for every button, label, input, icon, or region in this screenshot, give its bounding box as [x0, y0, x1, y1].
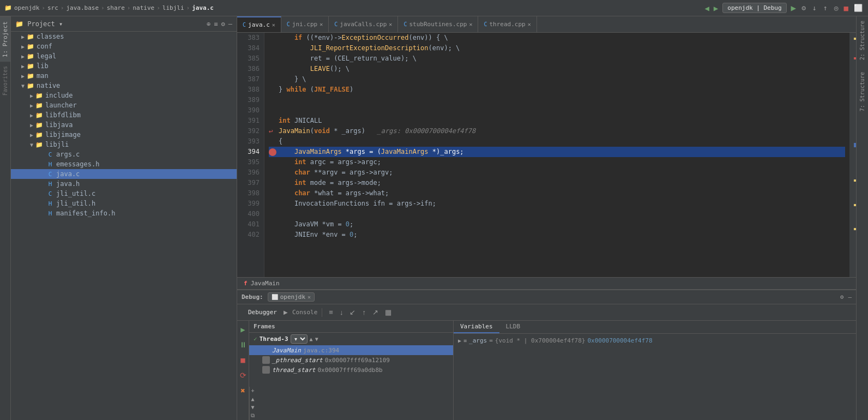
tree-item-classes[interactable]: ▶ 📁 classes — [11, 32, 237, 41]
folder-icon-launcher: 📁 — [35, 102, 44, 109]
tab-close-jni[interactable]: ✕ — [320, 21, 323, 27]
console-label[interactable]: Console — [292, 309, 317, 316]
resume-side-btn[interactable]: ▶ — [239, 324, 246, 335]
debugger-label[interactable]: Debugger — [248, 309, 277, 316]
breadcrumb: 📁 openjdk › src › java.base › share › na… — [4, 4, 214, 11]
minimize-icon[interactable]: — — [228, 20, 232, 28]
settings-icon[interactable]: ⚙ — [221, 20, 225, 28]
tab-javacalls[interactable]: C javaCalls.cpp ✕ — [329, 16, 398, 32]
breadcrumb-native: native — [132, 4, 154, 11]
tab-close-stub[interactable]: ✕ — [469, 21, 472, 27]
frame-item-pthread[interactable]: _pthread_start 0x00007fff69a12109 — [249, 355, 453, 365]
frames-scroll-copy[interactable]: ⧉ — [250, 411, 256, 420]
tab-jni-cpp[interactable]: C jni.cpp ✕ — [281, 16, 329, 32]
code-content[interactable]: if ((*env)->ExceptionOccurred(env)) { \ … — [264, 33, 849, 277]
variables-tabs: Variables LLDB — [454, 321, 856, 334]
debug-minimize-icon[interactable]: — — [848, 293, 852, 301]
code-line-387: } \ — [269, 74, 845, 85]
thread-selector[interactable]: ▾ — [291, 334, 308, 344]
step-over-icon[interactable]: ↓ — [811, 3, 818, 13]
tree-item-manifestinfo-h[interactable]: H manifest_info.h — [11, 208, 237, 218]
tree-item-jliutil-c[interactable]: C jli_util.c — [11, 189, 237, 199]
tree-item-legal[interactable]: ▶ 📁 legal — [11, 51, 237, 61]
coverage-icon[interactable]: ◎ — [833, 3, 840, 13]
eval-btn[interactable]: ▦ — [383, 307, 394, 317]
tree-item-libjava[interactable]: ▶ 📁 libjava — [11, 120, 237, 130]
top-bar: 📁 openjdk › src › java.base › share › na… — [0, 0, 868, 16]
tab-stubroutines[interactable]: C stubRoutines.cpp ✕ — [398, 16, 478, 32]
maximize-icon[interactable]: ⬜ — [853, 3, 864, 13]
tree-item-native[interactable]: ▼ 📁 native — [11, 81, 237, 91]
resume-btn[interactable]: ≡ — [327, 307, 335, 317]
mute-side-btn[interactable]: ✖ — [239, 385, 246, 396]
frames-scroll-up[interactable]: ▲ — [250, 395, 255, 403]
run-button[interactable]: ▶ — [791, 3, 797, 13]
tree-item-java-h[interactable]: H java.h — [11, 179, 237, 189]
tree-item-java-c[interactable]: C java.c — [11, 169, 237, 179]
lldb-tab[interactable]: LLDB — [499, 321, 527, 333]
right-tab-2[interactable]: 7: Structure — [858, 70, 866, 113]
thread-up-btn[interactable]: ▲ — [310, 336, 313, 342]
tree-item-libjimage[interactable]: ▶ 📁 libjimage — [11, 130, 237, 140]
pause-side-btn[interactable]: ⏸ — [238, 339, 248, 350]
tab-icon-java-c: C — [243, 22, 246, 28]
tree-item-man[interactable]: ▶ 📁 man — [11, 71, 237, 81]
tab-close-java-c[interactable]: ✕ — [272, 22, 275, 28]
breadcrumb-openjdk[interactable]: 📁 — [4, 4, 12, 11]
project-tab[interactable]: 1: Project — [0, 16, 10, 62]
tree-item-launcher[interactable]: ▶ 📁 launcher — [11, 100, 237, 110]
var-val-args: 0x0000700004ef4f78 — [587, 337, 652, 344]
step-out-btn[interactable]: ↑ — [360, 307, 368, 317]
console-icon[interactable]: ▶ — [281, 308, 290, 316]
restart-side-btn[interactable]: ⟳ — [239, 370, 248, 381]
tree-item-libjli[interactable]: ▼ 📁 libjli — [11, 140, 237, 149]
build-icon[interactable]: ⚙ — [800, 3, 807, 13]
var-indicator: ≡ — [463, 338, 467, 344]
code-line-397: int mode = args->mode; — [269, 178, 845, 188]
step-out-icon[interactable]: ↑ — [822, 3, 829, 13]
back-button[interactable]: ◀ — [704, 4, 709, 13]
collapse-icon[interactable]: ≡ — [214, 20, 218, 28]
tree-item-conf[interactable]: ▶ 📁 conf — [11, 41, 237, 51]
frame-item-threadstart[interactable]: thread_start 0x00007fff69a0db8b — [249, 365, 453, 375]
debug-session-close[interactable]: ✕ — [308, 294, 311, 300]
tab-icon-jni: C — [287, 21, 290, 27]
frame-item-javamain[interactable]: JavaMain java.c:394 — [249, 345, 453, 355]
tree-label-libjava: libjava — [45, 121, 73, 129]
file-icon-jliutil-h: H — [46, 200, 55, 207]
debugger-tab-btn[interactable] — [242, 311, 246, 314]
step-over-btn[interactable]: ↓ — [337, 307, 346, 317]
sync-icon[interactable]: ⊕ — [207, 20, 210, 28]
debug-settings-icon[interactable]: ⚙ — [840, 293, 844, 301]
tree-item-include[interactable]: ▶ 📁 include — [11, 91, 237, 100]
run-config-selector[interactable]: openjdk | Debug — [722, 3, 786, 13]
thread-down-btn[interactable]: ▼ — [315, 336, 318, 342]
forward-button[interactable]: ▶ — [714, 4, 718, 13]
variables-tab[interactable]: Variables — [454, 321, 499, 333]
tree-item-args-c[interactable]: C args.c — [11, 149, 237, 159]
run-to-cursor-btn[interactable]: ↗ — [370, 307, 381, 317]
debug-session-tab[interactable]: ⬜ openjdk ✕ — [268, 292, 315, 302]
var-arrow-args[interactable]: ▶ — [458, 338, 461, 344]
thread-item[interactable]: ✓ Thread-3 ▾ ▲ ▼ — [249, 333, 453, 345]
tree-item-emessages-h[interactable]: H emessages.h — [11, 159, 237, 169]
tab-thread[interactable]: C thread.cpp ✕ — [478, 16, 537, 32]
tree-item-jliutil-h[interactable]: H jli_util.h — [11, 199, 237, 208]
stop-side-btn[interactable]: ■ — [239, 355, 246, 365]
right-tab-1[interactable]: 2: Structure — [858, 19, 866, 62]
code-line-384: JLI_ReportExceptionDescription(env); \ — [269, 43, 845, 53]
folder-icon-classes: 📁 — [26, 33, 35, 40]
step-into-btn[interactable]: ↙ — [347, 307, 358, 317]
frames-scroll-add[interactable]: + — [250, 387, 255, 395]
tab-java-c[interactable]: C java.c ✕ — [237, 16, 281, 32]
favorites-tab[interactable]: Favorites — [1, 62, 10, 100]
tree-item-libfdlibm[interactable]: ▶ 📁 libfdlibm — [11, 110, 237, 120]
tab-icon-thread: C — [484, 21, 487, 27]
debug-session-icon: ⬜ — [272, 294, 278, 300]
stop-button[interactable]: ■ — [844, 4, 848, 13]
tree-item-lib[interactable]: ▶ 📁 lib — [11, 61, 237, 71]
tab-close-javacalls[interactable]: ✕ — [389, 21, 392, 27]
frames-scroll-down[interactable]: ▼ — [250, 403, 255, 411]
top-right-actions: ◀ ▶ openjdk | Debug ▶ ⚙ ↓ ↑ ◎ ■ ⬜ — [704, 3, 864, 13]
tab-close-thread[interactable]: ✕ — [528, 21, 531, 27]
